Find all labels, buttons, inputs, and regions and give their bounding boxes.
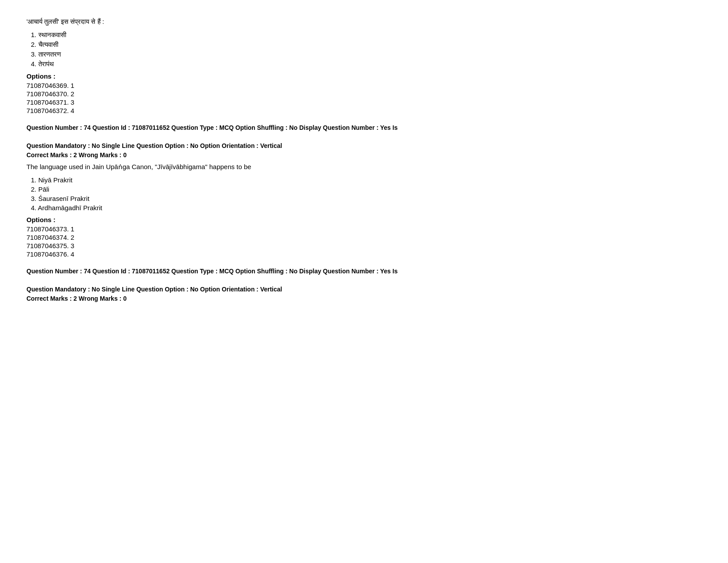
list-item: 4. तेरापंथ — [31, 60, 702, 68]
options-label-74: Options : — [26, 216, 702, 223]
option-id-1: 71087046369. 1 — [26, 82, 702, 89]
marks-line-2: Correct Marks : 2 Wrong Marks : 0 — [26, 295, 702, 302]
question-meta-line1-1: Question Number : 74 Question Id : 71087… — [26, 123, 702, 132]
list-item: 3. Śaurasenī Prakrit — [31, 195, 702, 202]
options-list-74: 1. Niyā Prakrit 2. Pāli 3. Śaurasenī Pra… — [26, 176, 702, 212]
marks-line-1: Correct Marks : 2 Wrong Marks : 0 — [26, 151, 702, 159]
options-label-1: Options : — [26, 72, 702, 80]
question-meta-line2-1: Question Mandatory : No Single Line Ques… — [26, 141, 702, 151]
question74-block2: Question Number : 74 Question Id : 71087… — [26, 267, 702, 302]
option-id-74-4: 71087046376. 4 — [26, 250, 702, 258]
options-list-1: 1. स्थानकवासी 2. चैत्यवासी 3. तारणतरण 4.… — [26, 31, 702, 68]
option-id-74-2: 71087046374. 2 — [26, 234, 702, 241]
question-meta-line2-2: Question Mandatory : No Single Line Ques… — [26, 285, 702, 294]
question-text-74: The language used in Jain Upāṅga Canon, … — [26, 163, 702, 171]
option-id-74-1: 71087046373. 1 — [26, 225, 702, 233]
hindi-question: 'आचार्य तुलसी' इस संप्रदाय से हैं : — [26, 18, 702, 26]
option-id-3: 71087046371. 3 — [26, 98, 702, 106]
option-id-2: 71087046370. 2 — [26, 90, 702, 98]
option-id-74-3: 71087046375. 3 — [26, 242, 702, 249]
list-item: 2. Pāli — [31, 185, 702, 193]
list-item: 3. तारणतरण — [31, 50, 702, 58]
section1: 'आचार्य तुलसी' इस संप्रदाय से हैं : 1. स… — [26, 18, 702, 114]
question-meta-line1-2: Question Number : 74 Question Id : 71087… — [26, 267, 702, 276]
option-id-4: 71087046372. 4 — [26, 107, 702, 114]
question74-block1: Question Number : 74 Question Id : 71087… — [26, 123, 702, 258]
list-item: 4. Ardhamāgadhī Prakrit — [31, 204, 702, 212]
list-item: 1. स्थानकवासी — [31, 31, 702, 39]
list-item: 1. Niyā Prakrit — [31, 176, 702, 184]
list-item: 2. चैत्यवासी — [31, 41, 702, 49]
